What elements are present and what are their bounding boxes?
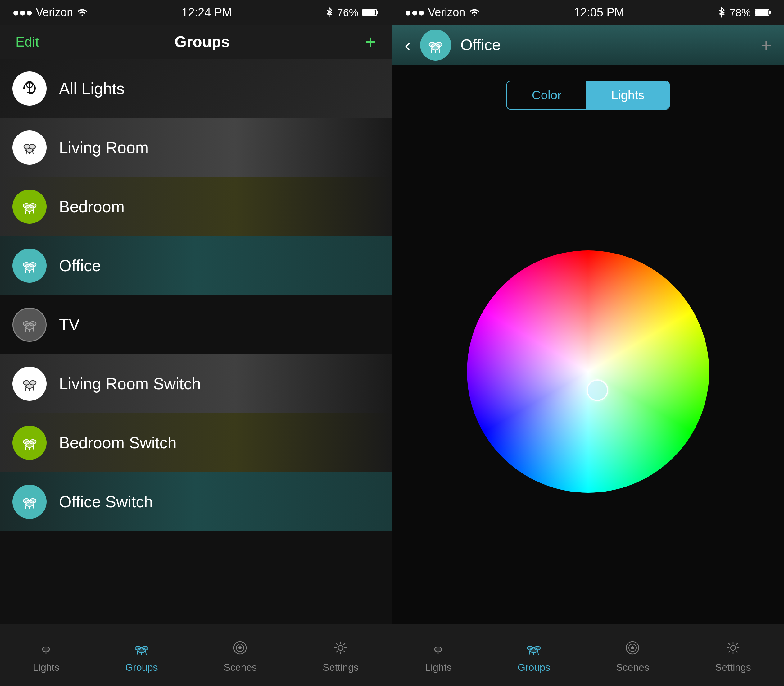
segmented-control-wrap: Color Lights xyxy=(392,65,784,119)
tab-groups-label: Groups xyxy=(126,662,158,673)
group-icon-bedroom-switch xyxy=(12,426,47,460)
scenes-tab-icon xyxy=(230,637,251,659)
svg-point-61 xyxy=(338,645,343,650)
group-label-bedroom: Bedroom xyxy=(59,197,124,216)
back-button[interactable]: ‹ xyxy=(404,34,411,56)
color-wheel[interactable] xyxy=(467,250,709,493)
svg-point-46 xyxy=(30,499,36,503)
svg-point-34 xyxy=(30,381,36,385)
group-icon-living-room-switch xyxy=(12,367,47,401)
group-item-office-switch[interactable]: Office Switch xyxy=(0,472,391,531)
right-tab-bar: Lights Groups xyxy=(392,624,784,686)
tab-groups[interactable]: Groups xyxy=(126,637,158,673)
color-wheel-inner xyxy=(467,250,709,493)
svg-point-40 xyxy=(30,439,36,444)
settings-tab-icon xyxy=(330,637,352,659)
group-label-bedroom-switch: Bedroom Switch xyxy=(59,433,177,452)
group-label-living-room-switch: Living Room Switch xyxy=(59,374,201,393)
right-tab-lights[interactable]: Lights xyxy=(425,637,451,673)
left-panel: ●●● Verizon 12:24 PM 76% Edit Groups + xyxy=(0,0,391,686)
left-tab-bar: Lights Groups xyxy=(0,624,391,686)
right-bluetooth-icon xyxy=(717,6,726,19)
svg-rect-1 xyxy=(377,11,378,14)
right-status-bar: ●●● Verizon 12:05 PM 78% xyxy=(392,0,784,25)
svg-point-21 xyxy=(23,263,29,267)
groups-tab-icon xyxy=(131,637,152,659)
group-icon-living-room xyxy=(12,131,47,165)
svg-point-75 xyxy=(535,646,540,650)
seg-lights-button[interactable]: Lights xyxy=(586,82,669,109)
left-nav-title: Groups xyxy=(174,33,230,51)
right-panel: ●●● Verizon 12:05 PM 78% ‹ xyxy=(392,0,784,686)
group-icon-office-switch xyxy=(12,485,47,519)
group-item-bedroom-switch[interactable]: Bedroom Switch xyxy=(0,413,391,472)
svg-line-56 xyxy=(137,650,138,655)
tab-settings[interactable]: Settings xyxy=(323,637,359,673)
right-status-carrier: ●●● Verizon xyxy=(404,6,481,19)
group-icon-office xyxy=(12,248,47,283)
right-battery-icon xyxy=(755,8,772,17)
right-lights-tab-icon xyxy=(427,637,449,659)
bluetooth-icon xyxy=(325,6,334,19)
color-wheel-selector[interactable] xyxy=(587,379,608,401)
svg-line-78 xyxy=(538,650,538,655)
svg-point-10 xyxy=(29,144,36,149)
svg-point-67 xyxy=(436,42,442,47)
svg-point-50 xyxy=(42,647,49,652)
svg-point-27 xyxy=(23,322,29,326)
svg-rect-63 xyxy=(769,11,771,14)
svg-point-16 xyxy=(30,204,36,208)
group-icon-all-lights xyxy=(12,72,47,106)
svg-rect-64 xyxy=(755,10,768,15)
right-tab-settings-label: Settings xyxy=(715,662,751,673)
right-time: 12:05 PM xyxy=(574,6,624,19)
lights-tab-icon xyxy=(36,637,57,659)
groups-list: All Lights Living Room xyxy=(0,59,391,624)
seg-color-button[interactable]: Color xyxy=(507,82,587,109)
group-icon-bedroom xyxy=(12,189,47,224)
group-label-office-switch: Office Switch xyxy=(59,492,153,511)
right-add-button[interactable]: + xyxy=(761,34,772,56)
right-settings-tab-icon xyxy=(722,637,744,659)
left-add-button[interactable]: + xyxy=(365,31,376,52)
group-item-living-room[interactable]: Living Room xyxy=(0,118,391,177)
svg-line-77 xyxy=(529,650,530,655)
wifi-icon xyxy=(76,8,88,17)
right-nav-room-title: Office xyxy=(460,36,751,54)
battery-icon xyxy=(362,8,379,17)
group-item-tv[interactable]: TV xyxy=(0,295,391,354)
svg-point-28 xyxy=(30,322,36,326)
svg-point-81 xyxy=(631,646,634,649)
svg-point-66 xyxy=(429,42,435,47)
color-wheel-area[interactable] xyxy=(392,119,784,624)
right-tab-settings[interactable]: Settings xyxy=(715,637,751,673)
left-nav-bar: Edit Groups + xyxy=(0,25,391,59)
right-tab-groups[interactable]: Groups xyxy=(518,637,550,673)
svg-point-22 xyxy=(30,263,36,267)
tab-settings-label: Settings xyxy=(323,662,359,673)
segmented-control: Color Lights xyxy=(507,81,670,109)
group-item-living-room-switch[interactable]: Living Room Switch xyxy=(0,354,391,413)
right-nav-icon xyxy=(420,29,451,60)
right-tab-scenes[interactable]: Scenes xyxy=(616,637,649,673)
right-wifi-icon xyxy=(468,8,481,17)
svg-point-33 xyxy=(23,381,29,385)
tab-scenes[interactable]: Scenes xyxy=(224,637,257,673)
tab-lights[interactable]: Lights xyxy=(33,637,59,673)
tab-lights-label: Lights xyxy=(33,662,59,673)
svg-point-54 xyxy=(142,646,148,650)
left-status-carrier: ●●● Verizon xyxy=(12,6,88,19)
group-item-bedroom[interactable]: Bedroom xyxy=(0,177,391,236)
left-edit-button[interactable]: Edit xyxy=(16,34,39,50)
svg-point-39 xyxy=(23,439,29,444)
group-label-all-lights: All Lights xyxy=(59,79,124,98)
right-tab-lights-label: Lights xyxy=(425,662,451,673)
group-icon-tv xyxy=(12,307,47,342)
svg-point-15 xyxy=(23,204,29,208)
svg-point-45 xyxy=(23,499,29,503)
tab-scenes-label: Scenes xyxy=(224,662,257,673)
right-battery-text: 78% xyxy=(730,7,751,19)
svg-rect-2 xyxy=(363,10,375,15)
group-item-office[interactable]: Office xyxy=(0,236,391,295)
group-item-all-lights[interactable]: All Lights xyxy=(0,59,391,118)
